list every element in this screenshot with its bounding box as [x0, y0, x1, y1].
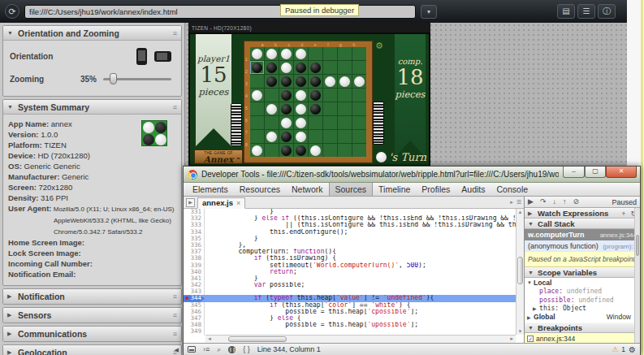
code-line[interactable]: 332 } else if ((this.isConfigure && !thi…: [184, 215, 516, 222]
scrollbar-thumb[interactable]: [517, 257, 523, 284]
maximize-button[interactable]: ▢: [585, 167, 606, 178]
board-cell[interactable]: [338, 130, 352, 143]
code-line[interactable]: 331 }: [184, 209, 516, 215]
landscape-orientation-icon[interactable]: [154, 51, 171, 62]
board-cell[interactable]: [352, 75, 366, 88]
sidebar-vertical-scrollbar[interactable]: [634, 208, 640, 343]
board-cell[interactable]: [323, 144, 337, 157]
code-area[interactable]: 331 }332 } else if ((this.isConfigure &&…: [184, 209, 524, 343]
zoom-slider-thumb[interactable]: [110, 73, 117, 84]
board-cell[interactable]: [323, 116, 337, 129]
board-cell[interactable]: [309, 89, 322, 102]
code-line[interactable]: 344 if (typeof this.heap['value'] != 'un…: [184, 295, 516, 301]
code-line[interactable]: 347 } else {: [184, 315, 516, 322]
board-cell[interactable]: [294, 75, 308, 88]
board-cell[interactable]: [352, 130, 366, 143]
minimize-button[interactable]: –: [563, 167, 585, 178]
panel-header[interactable]: ▶Communications≡: [3, 327, 181, 341]
code-line[interactable]: 346 possible = this.heap['cpossible'];: [184, 309, 516, 315]
file-tab-annexjs[interactable]: annex.js ×: [197, 197, 245, 209]
drag-handle-icon[interactable]: ≡: [173, 330, 177, 338]
code-line[interactable]: 342 var possible;: [184, 282, 516, 288]
code-line[interactable]: 348 possible = this.heap['upossible'];: [184, 322, 516, 328]
board-cell[interactable]: [279, 144, 293, 157]
panel-header[interactable]: ▼ System Summary ≡: [3, 100, 181, 115]
panel-header[interactable]: ▶Notification≡: [3, 289, 181, 304]
code-line[interactable]: 340 return;: [184, 269, 516, 275]
board-cell[interactable]: [352, 61, 366, 74]
board-cell[interactable]: [338, 144, 352, 157]
chevron-down-icon[interactable]: ▼: [527, 280, 534, 285]
line-number-gutter[interactable]: 349: [184, 328, 205, 335]
scope-row[interactable]: place: undefined: [525, 288, 640, 297]
devtools-tab-profiles[interactable]: Profiles: [416, 183, 456, 196]
board-cell[interactable]: [323, 61, 337, 74]
code-line[interactable]: 334 this.endConfigure();: [184, 229, 516, 236]
scope-row[interactable]: ▶this: Object: [525, 305, 640, 314]
add-watch-icon[interactable]: +: [621, 210, 625, 218]
portrait-orientation-icon[interactable]: [136, 48, 147, 65]
callstack-frame[interactable]: w.computerTurnannex.js:344: [525, 229, 640, 240]
board-cell[interactable]: [279, 61, 293, 74]
scope-row[interactable]: ▼Local: [525, 279, 640, 288]
board-cell[interactable]: [279, 116, 293, 129]
breakpoints-header[interactable]: ▼ Breakpoints: [525, 323, 640, 333]
devtools-titlebar[interactable]: Developer Tools - file:///C:/tizen-sdk/t…: [184, 167, 640, 183]
board-cell[interactable]: [323, 130, 337, 143]
panel-header[interactable]: ▼ Orientation and Zooming ≡: [3, 26, 181, 41]
board-cell[interactable]: [338, 61, 352, 74]
board-cell[interactable]: [323, 47, 337, 60]
board-cell[interactable]: [338, 116, 352, 129]
board-cell[interactable]: [352, 116, 366, 129]
board-cell[interactable]: [265, 102, 279, 115]
board-cell[interactable]: [338, 102, 352, 115]
board-cell[interactable]: [279, 130, 293, 143]
panel-button[interactable]: ▤: [557, 4, 575, 19]
board-cell[interactable]: [309, 116, 322, 129]
code-line[interactable]: 345 if (this.heap['color'] == 'white') {: [184, 302, 516, 309]
line-number-gutter[interactable]: 344: [184, 295, 205, 301]
game-settings-gear-icon[interactable]: ⚙: [375, 41, 383, 51]
board-cell[interactable]: [338, 75, 352, 88]
devtools-tab-elements[interactable]: Elements: [187, 183, 234, 196]
board-cell[interactable]: [294, 144, 308, 157]
board-cell[interactable]: [250, 116, 264, 129]
board-cell[interactable]: [309, 75, 322, 88]
zoom-slider[interactable]: [103, 78, 171, 80]
show-navigator-button[interactable]: ▶: [186, 198, 195, 207]
board-cell[interactable]: [279, 102, 293, 115]
panel-header[interactable]: ▶Sensors≡: [3, 308, 181, 323]
info-button[interactable]: ⓘ: [598, 4, 616, 19]
board-cell[interactable]: [309, 102, 322, 115]
devtools-tab-network[interactable]: Network: [286, 183, 329, 196]
devtools-tab-timeline[interactable]: Timeline: [373, 183, 416, 196]
step-into-icon[interactable]: ↓: [553, 197, 557, 207]
call-stack-header[interactable]: ▼ Call Stack: [525, 219, 640, 229]
format-icon[interactable]: ☰: [516, 199, 521, 206]
close-button[interactable]: ✕: [606, 167, 637, 178]
game-screen[interactable]: player1 15 pieces comp. 18 pieces abcdef…: [188, 32, 430, 167]
board-cell[interactable]: [323, 89, 337, 102]
panel-header[interactable]: ▶Geolocation≡: [3, 345, 181, 355]
devtools-tab-resources[interactable]: Resources: [234, 183, 286, 196]
search-icon[interactable]: ⌕: [217, 344, 221, 355]
watch-expressions-header[interactable]: ▶ Watch Expressions + ↻: [525, 208, 640, 219]
line-number-gutter[interactable]: 343: [184, 288, 205, 295]
menu-button[interactable]: ☰: [577, 4, 595, 19]
scrollbar-thumb[interactable]: [228, 336, 287, 342]
scroll-down-icon[interactable]: ▼: [516, 329, 524, 334]
callstack-frame[interactable]: (anonymous function)(program):1: [525, 240, 640, 252]
drag-handle-icon[interactable]: ≡: [173, 103, 177, 111]
devtools-tab-sources[interactable]: Sources: [329, 183, 374, 196]
warning-icon[interactable]: ⚠: [612, 345, 618, 353]
popout-icon[interactable]: ▸: [510, 199, 513, 206]
board-cell[interactable]: [279, 89, 293, 102]
board-cell[interactable]: [265, 47, 279, 60]
board-cell[interactable]: [265, 61, 279, 74]
scope-row[interactable]: ▶GlobalWindow: [525, 313, 640, 322]
chevron-right-icon[interactable]: ▶: [527, 314, 534, 320]
board-cell[interactable]: [250, 61, 264, 74]
board-cell[interactable]: [338, 47, 352, 60]
editor-vertical-scrollbar[interactable]: ▲ ▼: [516, 209, 524, 335]
board-cell[interactable]: [265, 130, 279, 143]
